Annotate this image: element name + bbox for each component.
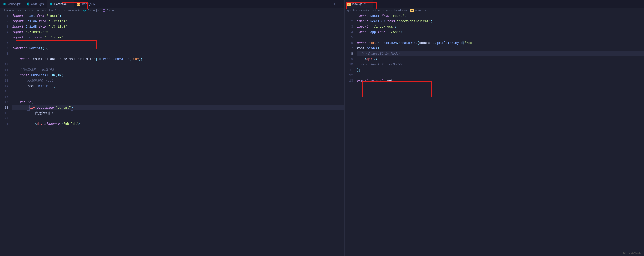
code-line[interactable]: export default root; [357,78,644,83]
code-line[interactable]: import ReactDOM from 'react-dom/client'; [357,19,644,24]
gutter-right: 12345678910111213 [345,13,357,256]
breadcrumb-item[interactable]: react-demo3 [386,9,401,12]
line-number: 8 [345,51,353,56]
line-number: 2 [0,19,8,24]
code-line[interactable] [357,73,644,78]
code-line[interactable]: import ChildB from "./ChildB"; [12,24,344,30]
code-line[interactable]: <div className="childA"> [12,121,344,127]
breadcrumb-item[interactable]: react [16,9,22,12]
code-line[interactable]: <div className="parent"> [12,105,344,110]
tab-modified-indicator: M [94,3,96,6]
code-line[interactable]: import ChildA from "./ChildA"; [12,19,344,24]
editor-group-right: JSindex.jsM× qianduan›react›react-demo›r… [344,0,644,256]
code-left[interactable]: import React from "react";import ChildA … [12,13,344,256]
breadcrumb-separator: › [58,9,58,12]
line-number: 12 [345,73,353,78]
code-line[interactable]: import root from '../index'; [12,35,344,40]
code-line[interactable]: } [12,89,344,94]
symbol-icon [102,9,106,12]
code-line[interactable] [12,40,344,46]
code-line[interactable]: <App /> [357,56,644,62]
breadcrumb-item[interactable]: react-demo [370,9,384,12]
more-icon[interactable]: ⋯ [338,2,342,6]
code-editor-right[interactable]: 12345678910111213 import React from 'rea… [345,13,644,256]
breadcrumb-label: react-demo [370,9,384,12]
code-line[interactable]: import './index.css'; [357,24,644,30]
breadcrumb-item[interactable]: Parent.jsx [83,9,100,12]
tab-childb-jsx[interactable]: ChildB.jsx [23,0,47,8]
line-number: 4 [345,30,353,35]
gutter-left: 123456789101112131415161718192021 [0,13,12,256]
breadcrumb-item[interactable]: Parent [102,9,114,12]
breadcrumb-item[interactable]: qianduan [3,9,14,12]
breadcrumb-item[interactable]: react-demo3 [42,9,56,12]
tab-index-js[interactable]: JSindex.jsM× [345,0,373,8]
line-number: 19 [0,110,8,116]
tab-label: index.js [352,2,362,6]
code-line[interactable]: const unMountAll =()=>{ [12,73,344,78]
svg-point-7 [28,4,28,4]
code-line[interactable] [12,116,344,121]
code-line[interactable]: import React from 'react'; [357,13,644,19]
breadcrumb-label: qianduan [347,9,358,12]
code-line[interactable]: import App from './App'; [357,30,644,35]
breadcrumb-label: react [361,9,367,12]
code-line[interactable]: 我是父组件！ [12,110,344,116]
code-line[interactable]: root.render( [357,46,644,51]
breadcrumb-separator: › [359,9,360,12]
close-icon[interactable]: × [70,2,71,6]
breadcrumbs-left[interactable]: qianduan›react›react-demo›react-demo3›sr… [0,8,344,13]
split-horizontal-icon[interactable] [333,2,336,6]
breadcrumb-label: components [66,9,80,12]
code-line[interactable] [12,94,344,100]
tab-actions-left: ⋯ [330,2,344,6]
breadcrumb-item[interactable]: src [404,9,408,12]
breadcrumb-item[interactable]: qianduan [347,9,358,12]
tab-index-js[interactable]: JSindex.jsM [74,0,98,8]
editor-group-left: ChildA.jsxChildB.jsxParent.jsx×JSindex.j… [0,0,344,256]
svg-text:JS: JS [78,3,80,6]
breadcrumb-item[interactable]: JSindex.js [410,9,424,12]
breadcrumb-separator: › [81,9,82,12]
code-editor-left[interactable]: 123456789101112131415161718192021 import… [0,13,344,256]
tabs-bar-right: JSindex.jsM× [345,0,644,8]
react-file-icon [83,9,87,12]
breadcrumb-item[interactable]: react-demo [25,9,39,12]
breadcrumb-item[interactable]: ... [427,9,429,12]
code-line[interactable] [357,35,644,40]
code-line[interactable]: const root = ReactDOM.createRoot(documen… [357,40,644,46]
code-right[interactable]: import React from 'react';import ReactDO… [357,13,644,256]
breadcrumb-separator: › [402,9,403,12]
line-number: 1 [0,13,8,19]
code-line[interactable]: //卸载组件 root [12,78,344,83]
breadcrumb-separator: › [40,9,41,12]
workbench: ChildA.jsxChildB.jsxParent.jsx×JSindex.j… [0,0,644,256]
line-number: 8 [0,51,8,56]
code-line[interactable]: const [mountChildBFlag,setMountChildFlag… [12,56,344,62]
code-line[interactable]: // </React.StrictMode> [357,62,644,67]
breadcrumbs-right[interactable]: qianduan›react›react-demo›react-demo3›sr… [345,8,644,13]
line-number: 16 [0,94,8,100]
breadcrumb-separator: › [384,9,385,12]
tab-parent-jsx[interactable]: Parent.jsx× [47,0,74,8]
code-line[interactable] [12,51,344,56]
line-number: 14 [0,83,8,89]
breadcrumb-item[interactable]: components [66,9,80,12]
breadcrumb-item[interactable]: react [361,9,367,12]
code-line[interactable]: import React from "react"; [12,13,344,19]
breadcrumb-item[interactable]: src [59,9,63,12]
code-line[interactable]: return( [12,100,344,105]
line-number: 18 [0,105,8,110]
close-icon[interactable]: × [368,2,370,6]
line-number: 10 [345,62,353,67]
code-line[interactable]: ); [357,67,644,73]
js-file-icon: JS [347,2,351,6]
code-line[interactable]: function Parent() { [12,46,344,51]
code-line[interactable]: root.unmount(); [12,83,344,89]
code-line[interactable]: import './index.css' [12,30,344,35]
code-line[interactable] [12,62,344,67]
line-number: 13 [345,78,353,83]
code-line[interactable]: //卸载组件---卸载所有 [12,67,344,73]
tab-childa-jsx[interactable]: ChildA.jsx [0,0,23,8]
code-line[interactable]: // <React.StrictMode> [357,51,644,56]
